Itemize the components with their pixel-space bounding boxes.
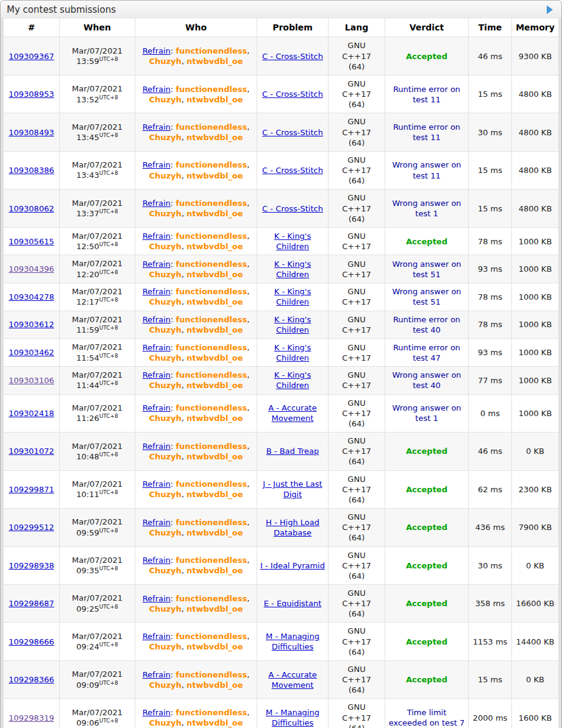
problem-link[interactable]: J - Just the Last Digit (263, 479, 322, 499)
team-link[interactable]: Refrain (143, 343, 171, 352)
submission-id-link[interactable]: 109298666 (9, 637, 54, 646)
member-handle-link[interactable]: functionendless (176, 442, 247, 451)
member-handle-link[interactable]: ntwbvdbl_oe (187, 353, 243, 362)
member-handle-link[interactable]: Chuzyh (149, 57, 181, 66)
submission-id-link[interactable]: 109301072 (9, 447, 54, 456)
team-link[interactable]: Refrain (143, 231, 171, 241)
submission-id-link[interactable]: 109302418 (9, 409, 54, 418)
submission-id-link[interactable]: 109304396 (9, 264, 54, 274)
member-handle-link[interactable]: Chuzyh (149, 528, 181, 537)
team-link[interactable]: Refrain (143, 518, 171, 527)
member-handle-link[interactable]: Chuzyh (149, 604, 181, 613)
member-handle-link[interactable]: functionendless (176, 556, 247, 565)
problem-link[interactable]: A - Accurate Movement (268, 670, 316, 690)
problem-link[interactable]: K - King's Children (274, 260, 311, 279)
member-handle-link[interactable]: functionendless (176, 708, 247, 717)
submission-id-link[interactable]: 109303462 (9, 348, 54, 357)
problem-link[interactable]: M - Managing Difficulties (266, 632, 319, 651)
member-handle-link[interactable]: Chuzyh (149, 242, 181, 251)
submission-id-link[interactable]: 109299512 (9, 523, 54, 532)
member-handle-link[interactable]: ntwbvdbl_oe (187, 297, 243, 306)
team-link[interactable]: Refrain (143, 708, 171, 717)
member-handle-link[interactable]: ntwbvdbl_oe (187, 95, 243, 104)
member-handle-link[interactable]: Chuzyh (149, 414, 181, 423)
team-link[interactable]: Refrain (143, 403, 171, 412)
problem-link[interactable]: B - Bad Treap (266, 447, 319, 456)
problem-link[interactable]: K - King's Children (274, 343, 311, 362)
submission-id-link[interactable]: 109308062 (9, 204, 54, 213)
member-handle-link[interactable]: ntwbvdbl_oe (187, 242, 243, 251)
member-handle-link[interactable]: Chuzyh (149, 171, 181, 180)
member-handle-link[interactable]: functionendless (176, 632, 247, 641)
problem-link[interactable]: C - Cross-Stitch (262, 128, 323, 137)
member-handle-link[interactable]: functionendless (176, 343, 247, 352)
member-handle-link[interactable]: ntwbvdbl_oe (187, 566, 243, 575)
team-link[interactable]: Refrain (143, 287, 171, 296)
problem-link[interactable]: I - Ideal Pyramid (260, 561, 325, 570)
member-handle-link[interactable]: Chuzyh (149, 680, 181, 690)
member-handle-link[interactable]: ntwbvdbl_oe (187, 642, 243, 651)
submission-id-link[interactable]: 109298687 (9, 599, 54, 608)
member-handle-link[interactable]: functionendless (176, 231, 247, 241)
problem-link[interactable]: K - King's Children (274, 231, 311, 251)
member-handle-link[interactable]: functionendless (176, 670, 247, 679)
submission-id-link[interactable]: 109298319 (9, 713, 54, 723)
submission-id-link[interactable]: 109299871 (9, 485, 54, 494)
member-handle-link[interactable]: ntwbvdbl_oe (187, 171, 243, 180)
problem-link[interactable]: C - Cross-Stitch (262, 90, 323, 99)
member-handle-link[interactable]: Chuzyh (149, 95, 181, 104)
member-handle-link[interactable]: Chuzyh (149, 209, 181, 218)
problem-link[interactable]: K - King's Children (274, 370, 311, 390)
submission-id-link[interactable]: 109305615 (9, 237, 54, 246)
problem-link[interactable]: C - Cross-Stitch (262, 166, 323, 175)
team-link[interactable]: Refrain (143, 160, 171, 169)
team-link[interactable]: Refrain (143, 442, 171, 451)
member-handle-link[interactable]: ntwbvdbl_oe (187, 57, 243, 66)
member-handle-link[interactable]: functionendless (176, 260, 247, 269)
member-handle-link[interactable]: functionendless (176, 287, 247, 296)
team-link[interactable]: Refrain (143, 632, 171, 641)
member-handle-link[interactable]: ntwbvdbl_oe (187, 528, 243, 537)
member-handle-link[interactable]: ntwbvdbl_oe (187, 604, 243, 613)
member-handle-link[interactable]: ntwbvdbl_oe (187, 680, 243, 690)
team-link[interactable]: Refrain (143, 315, 171, 324)
team-link[interactable]: Refrain (143, 122, 171, 132)
member-handle-link[interactable]: functionendless (176, 370, 247, 380)
submission-id-link[interactable]: 109308493 (9, 128, 54, 137)
problem-link[interactable]: C - Cross-Stitch (262, 204, 323, 213)
member-handle-link[interactable]: Chuzyh (149, 353, 181, 362)
team-link[interactable]: Refrain (143, 370, 171, 380)
member-handle-link[interactable]: Chuzyh (149, 270, 181, 279)
member-handle-link[interactable]: ntwbvdbl_oe (187, 325, 243, 334)
member-handle-link[interactable]: functionendless (176, 594, 247, 603)
problem-link[interactable]: K - King's Children (274, 315, 311, 334)
member-handle-link[interactable]: functionendless (176, 403, 247, 412)
member-handle-link[interactable]: functionendless (176, 518, 247, 527)
member-handle-link[interactable]: ntwbvdbl_oe (187, 718, 243, 727)
collapse-right-arrow-icon[interactable] (547, 5, 553, 14)
member-handle-link[interactable]: Chuzyh (149, 325, 181, 334)
submission-id-link[interactable]: 109308386 (9, 166, 54, 175)
submission-id-link[interactable]: 109309367 (9, 52, 54, 61)
member-handle-link[interactable]: Chuzyh (149, 297, 181, 306)
member-handle-link[interactable]: Chuzyh (149, 490, 181, 499)
member-handle-link[interactable]: functionendless (176, 46, 247, 55)
member-handle-link[interactable]: ntwbvdbl_oe (187, 270, 243, 279)
team-link[interactable]: Refrain (143, 556, 171, 565)
member-handle-link[interactable]: functionendless (176, 199, 247, 208)
member-handle-link[interactable]: functionendless (176, 85, 247, 94)
submission-id-link[interactable]: 109303106 (9, 376, 54, 385)
member-handle-link[interactable]: ntwbvdbl_oe (187, 452, 243, 461)
member-handle-link[interactable]: ntwbvdbl_oe (187, 381, 243, 390)
member-handle-link[interactable]: Chuzyh (149, 642, 181, 651)
member-handle-link[interactable]: functionendless (176, 315, 247, 324)
member-handle-link[interactable]: functionendless (176, 479, 247, 489)
member-handle-link[interactable]: ntwbvdbl_oe (187, 414, 243, 423)
member-handle-link[interactable]: Chuzyh (149, 566, 181, 575)
submission-id-link[interactable]: 109298366 (9, 675, 54, 684)
team-link[interactable]: Refrain (143, 46, 171, 55)
member-handle-link[interactable]: Chuzyh (149, 718, 181, 727)
submission-id-link[interactable]: 109304278 (9, 292, 54, 302)
member-handle-link[interactable]: ntwbvdbl_oe (187, 209, 243, 218)
problem-link[interactable]: A - Accurate Movement (268, 403, 316, 423)
